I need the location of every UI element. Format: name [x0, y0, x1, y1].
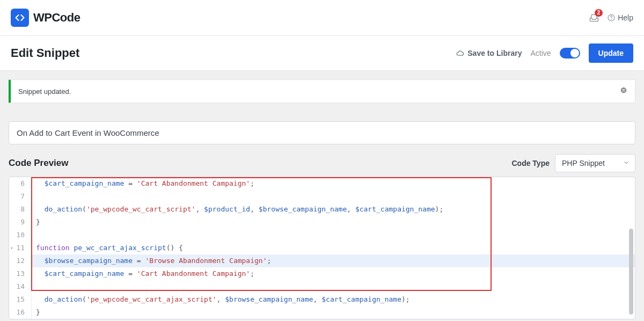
- close-icon: [620, 86, 627, 94]
- notice-text: Snippet updated.: [18, 87, 71, 96]
- chevron-down-icon: [623, 159, 630, 167]
- code-type-value: PHP Snippet: [562, 159, 605, 167]
- line-number: 10: [9, 229, 32, 242]
- code-line[interactable]: 9}: [9, 216, 635, 229]
- line-number: 8: [9, 203, 32, 216]
- help-icon: [607, 13, 616, 22]
- code-type-label: Code Type: [511, 159, 550, 167]
- svg-point-1: [611, 19, 612, 20]
- brand-logo[interactable]: WPCode: [11, 9, 80, 27]
- code-line[interactable]: 10: [9, 229, 635, 242]
- code-line[interactable]: 8 do_action('pe_wpcode_wc_cart_script', …: [9, 203, 635, 216]
- code-content[interactable]: $browse_campaign_name = 'Browse Abandonm…: [32, 254, 635, 267]
- code-line[interactable]: 7: [9, 190, 635, 203]
- title-bar: Edit Snippet Save to Library Active Upda…: [0, 36, 644, 71]
- code-line[interactable]: 15 do_action('pe_wpcode_wc_cart_ajax_scr…: [9, 293, 635, 306]
- brand-name: WPCode: [33, 11, 80, 25]
- update-button[interactable]: Update: [589, 43, 633, 63]
- code-content[interactable]: $cart_campaign_name = 'Cart Abandonment …: [32, 177, 635, 190]
- code-content[interactable]: do_action('pe_wpcode_wc_cart_ajax_script…: [32, 293, 635, 306]
- top-bar: WPCode 2 Help: [0, 0, 644, 36]
- scrollbar-thumb[interactable]: [629, 229, 633, 315]
- line-number: 12: [9, 254, 32, 267]
- save-to-library-button[interactable]: Save to Library: [456, 49, 522, 57]
- code-content[interactable]: }: [32, 216, 635, 229]
- line-number: 7: [9, 190, 32, 203]
- notification-count-badge: 2: [595, 9, 603, 17]
- code-content[interactable]: }: [32, 306, 635, 319]
- snippet-title-input[interactable]: [9, 121, 635, 144]
- code-line[interactable]: 16}: [9, 306, 635, 319]
- success-notice: Snippet updated.: [9, 79, 635, 103]
- line-number: 9: [9, 216, 32, 229]
- active-toggle[interactable]: [560, 48, 580, 59]
- code-content[interactable]: $cart_campaign_name = 'Cart Abandonment …: [32, 267, 635, 280]
- code-content[interactable]: do_action('pe_wpcode_wc_cart_script', $p…: [32, 203, 635, 216]
- content-area: Snippet updated. Code Preview Code Type …: [0, 71, 644, 321]
- preview-header-row: Code Preview Code Type PHP Snippet: [9, 154, 635, 172]
- code-line[interactable]: 11▾function pe_wc_cart_ajax_script() {: [9, 242, 635, 254]
- line-number: 11▾: [9, 242, 32, 254]
- logo-badge-icon: [11, 9, 29, 27]
- dismiss-notice-button[interactable]: [620, 86, 627, 96]
- top-right: 2 Help: [589, 12, 633, 23]
- help-label: Help: [618, 13, 633, 22]
- page-title: Edit Snippet: [11, 46, 79, 60]
- notifications-button[interactable]: 2: [589, 12, 599, 23]
- code-content[interactable]: [32, 280, 635, 293]
- code-content[interactable]: function pe_wc_cart_ajax_script() {: [32, 242, 635, 254]
- code-editor[interactable]: 6 $cart_campaign_name = 'Cart Abandonmen…: [9, 177, 635, 319]
- fold-marker-icon[interactable]: ▾: [10, 242, 13, 254]
- code-type-group: Code Type PHP Snippet: [511, 154, 635, 172]
- line-number: 15: [9, 293, 32, 306]
- line-number: 16: [9, 306, 32, 319]
- help-link[interactable]: Help: [607, 13, 633, 22]
- code-content[interactable]: [32, 190, 635, 203]
- line-number: 6: [9, 177, 32, 190]
- save-to-library-label: Save to Library: [467, 49, 522, 57]
- active-status-label: Active: [530, 49, 551, 57]
- line-number: 14: [9, 280, 32, 293]
- title-right: Save to Library Active Update: [456, 43, 633, 63]
- code-line[interactable]: 12 $browse_campaign_name = 'Browse Aband…: [9, 254, 635, 267]
- line-number: 13: [9, 267, 32, 280]
- code-type-select[interactable]: PHP Snippet: [555, 154, 635, 172]
- code-line[interactable]: 6 $cart_campaign_name = 'Cart Abandonmen…: [9, 177, 635, 190]
- code-preview-heading: Code Preview: [9, 158, 69, 169]
- code-content[interactable]: [32, 229, 635, 242]
- code-line[interactable]: 13 $cart_campaign_name = 'Cart Abandonme…: [9, 267, 635, 280]
- cloud-icon: [456, 49, 464, 57]
- code-line[interactable]: 14: [9, 280, 635, 293]
- scrollbar-track[interactable]: [629, 180, 633, 316]
